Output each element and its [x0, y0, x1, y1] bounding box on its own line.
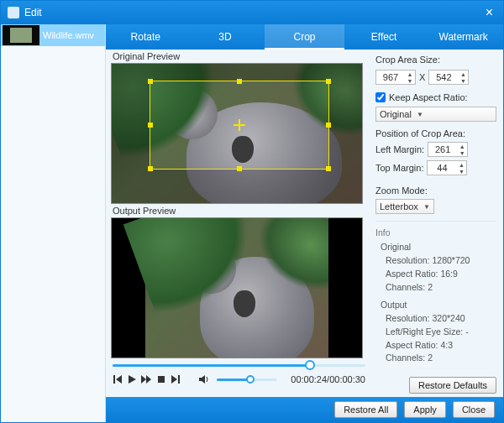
- info-original-label: Original: [381, 241, 496, 254]
- left-margin-label: Left Margin:: [375, 144, 424, 154]
- crop-height-stepper[interactable]: 542 ▲▼: [428, 70, 469, 85]
- crop-width-stepper[interactable]: 967 ▲▼: [375, 70, 416, 85]
- zoom-select[interactable]: Letterbox▼: [375, 199, 434, 214]
- top-margin-stepper[interactable]: 44 ▲▼: [427, 160, 467, 175]
- volume-track[interactable]: [217, 379, 277, 381]
- info-heading: Info: [375, 227, 496, 240]
- crop-rectangle[interactable]: [150, 81, 330, 170]
- info-output-label: Output: [381, 299, 496, 312]
- seek-track: [113, 364, 365, 367]
- body: Wildlife.wmv Rotate 3D Crop Effect Water…: [1, 24, 503, 422]
- preview-column: Original Preview: [106, 50, 370, 397]
- seek-bar[interactable]: [113, 361, 365, 369]
- titlebar: Edit ×: [1, 1, 503, 24]
- svg-rect-0: [113, 375, 115, 384]
- zoom-label: Zoom Mode:: [375, 185, 496, 196]
- chevron-up-icon[interactable]: ▲: [458, 70, 468, 77]
- stop-button[interactable]: [155, 373, 166, 386]
- tab-effect[interactable]: Effect: [344, 24, 424, 50]
- svg-marker-1: [116, 375, 122, 384]
- output-preview: [111, 217, 363, 358]
- x-label: X: [419, 72, 425, 82]
- output-image: [145, 218, 328, 358]
- crop-handle-se[interactable]: [326, 166, 331, 171]
- crop-handle-w[interactable]: [148, 123, 153, 128]
- edit-window: Edit × Wildlife.wmv Rotate 3D Crop Effec…: [0, 0, 504, 423]
- letterbox-right: [328, 218, 362, 358]
- apply-button[interactable]: Apply: [404, 401, 446, 418]
- app-icon: [8, 7, 19, 18]
- close-button[interactable]: Close: [453, 401, 495, 418]
- chevron-up-icon[interactable]: ▲: [456, 161, 466, 168]
- crop-handle-e[interactable]: [326, 123, 331, 128]
- file-name: Wildlife.wmv: [43, 30, 94, 40]
- volume-knob[interactable]: [246, 375, 255, 384]
- window-title: Edit: [24, 7, 42, 18]
- sidebar-file-item[interactable]: Wildlife.wmv: [1, 24, 105, 46]
- svg-marker-8: [199, 375, 205, 384]
- restore-defaults-button[interactable]: Restore Defaults: [409, 377, 496, 394]
- keep-aspect-label: Keep Aspect Ratio:: [389, 92, 468, 102]
- left-margin-stepper[interactable]: 261 ▲▼: [428, 142, 468, 157]
- original-preview-label: Original Preview: [111, 50, 367, 63]
- next-frame-button[interactable]: [170, 373, 181, 386]
- position-label: Position of Crop Area:: [375, 128, 496, 138]
- footer: Restore All Apply Close: [106, 397, 503, 422]
- tab-3d[interactable]: 3D: [186, 24, 265, 50]
- volume-control[interactable]: [197, 373, 277, 386]
- chevron-up-icon[interactable]: ▲: [405, 70, 415, 77]
- crop-handle-nw[interactable]: [148, 79, 153, 84]
- main: Rotate 3D Crop Effect Watermark Original…: [106, 24, 503, 422]
- chevron-down-icon[interactable]: ▼: [457, 149, 467, 156]
- tab-crop[interactable]: Crop: [265, 24, 344, 50]
- chevron-down-icon[interactable]: ▼: [456, 168, 466, 175]
- file-thumb: [3, 25, 39, 45]
- fast-forward-button[interactable]: [140, 373, 152, 386]
- chevron-down-icon: ▼: [417, 111, 423, 118]
- aspect-select[interactable]: Original▼: [375, 107, 496, 122]
- crop-size-label: Crop Area Size:: [375, 55, 496, 65]
- chevron-up-icon[interactable]: ▲: [457, 143, 467, 149]
- content: Original Preview: [106, 50, 503, 397]
- tab-rotate[interactable]: Rotate: [106, 24, 186, 50]
- restore-all-button[interactable]: Restore All: [334, 401, 397, 418]
- top-margin-label: Top Margin:: [375, 163, 423, 173]
- tabs: Rotate 3D Crop Effect Watermark: [106, 24, 503, 50]
- file-sidebar: Wildlife.wmv: [1, 24, 106, 422]
- svg-marker-4: [146, 375, 151, 384]
- chevron-down-icon: ▼: [423, 203, 430, 211]
- svg-marker-3: [141, 375, 146, 384]
- close-icon[interactable]: ×: [482, 5, 496, 20]
- output-preview-label: Output Preview: [111, 204, 367, 217]
- play-button[interactable]: [127, 373, 138, 386]
- time-display: 00:00:24/00:00:30: [291, 374, 365, 384]
- crop-handle-n[interactable]: [237, 79, 242, 84]
- volume-icon[interactable]: [197, 373, 212, 386]
- tab-watermark[interactable]: Watermark: [423, 24, 503, 50]
- chevron-down-icon[interactable]: ▼: [458, 77, 468, 84]
- crop-handle-s[interactable]: [237, 166, 242, 171]
- prev-frame-button[interactable]: [113, 373, 123, 386]
- crop-handle-sw[interactable]: [148, 166, 153, 171]
- transport: 00:00:24/00:00:30: [111, 358, 367, 388]
- seek-knob[interactable]: [305, 360, 315, 370]
- crop-center-icon: [234, 119, 245, 131]
- svg-marker-6: [171, 375, 177, 384]
- chevron-down-icon[interactable]: ▼: [405, 77, 415, 84]
- properties-panel: Crop Area Size: 967 ▲▼ X 542 ▲▼: [370, 50, 503, 397]
- seek-fill: [113, 364, 310, 367]
- svg-rect-7: [178, 375, 180, 384]
- info-panel: Info Original Resolution: 1280*720 Aspec…: [375, 221, 496, 371]
- svg-marker-2: [129, 375, 136, 384]
- crop-handle-ne[interactable]: [326, 79, 331, 84]
- svg-rect-5: [158, 376, 165, 383]
- original-preview[interactable]: [111, 63, 363, 204]
- keep-aspect-checkbox[interactable]: [375, 92, 386, 102]
